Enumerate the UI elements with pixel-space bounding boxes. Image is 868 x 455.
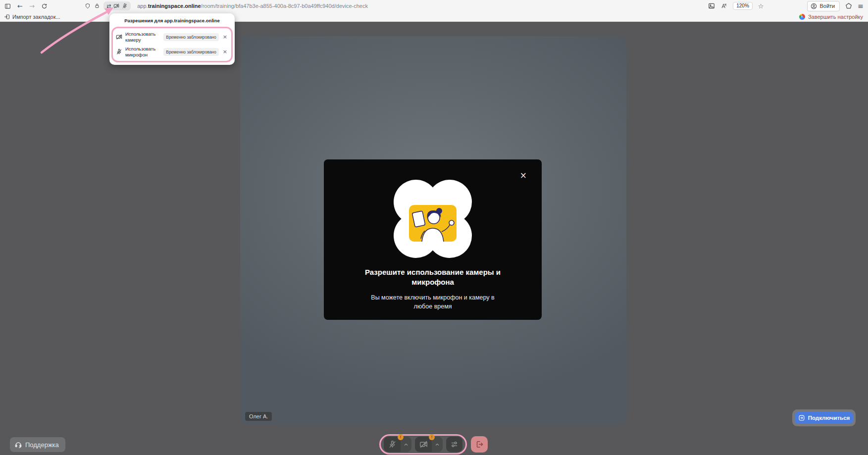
connect-button[interactable]: Подключиться bbox=[795, 412, 853, 424]
camera-permission-row: Использовать камеру Временно заблокирова… bbox=[116, 30, 228, 45]
mic-warning-badge: ! bbox=[398, 434, 404, 440]
camera-off-icon bbox=[419, 440, 428, 449]
import-bookmarks-label: Импорт закладок... bbox=[12, 14, 60, 20]
headset-icon bbox=[14, 441, 22, 449]
camera-toggle-button[interactable]: ! bbox=[415, 437, 432, 452]
screenshot-icon[interactable] bbox=[708, 2, 715, 9]
lock-icon[interactable] bbox=[94, 3, 100, 9]
chrome-logo-icon bbox=[799, 14, 805, 20]
mic-off-icon bbox=[388, 440, 397, 449]
permissions-modal: × bbox=[324, 159, 542, 320]
menu-icon[interactable]: ≡ bbox=[858, 2, 864, 9]
filters-icon bbox=[450, 440, 459, 449]
browser-toolbar: ← → ⇄ app.trainingspace.onli bbox=[0, 0, 868, 12]
support-label: Поддержка bbox=[25, 441, 59, 449]
camera-permission-status: Временно заблокировано bbox=[163, 33, 219, 41]
back-icon[interactable]: ← bbox=[17, 3, 23, 9]
bookmark-star-icon[interactable]: ☆ bbox=[758, 3, 764, 9]
side-panel-icon[interactable] bbox=[4, 3, 11, 9]
home-pentagon-icon[interactable] bbox=[845, 2, 852, 9]
close-icon[interactable]: × bbox=[222, 34, 228, 40]
mic-toggle-button[interactable]: ! bbox=[384, 437, 401, 452]
modal-title: Разрешите использование камеры и микрофо… bbox=[324, 267, 542, 288]
camera-control: ! bbox=[415, 437, 443, 452]
url-text: app.trainingspace.online/room/training/b… bbox=[137, 3, 368, 9]
leave-button[interactable] bbox=[471, 436, 488, 453]
permissions-annotation-outline: Использовать камеру Временно заблокирова… bbox=[111, 27, 233, 62]
close-icon[interactable]: × bbox=[520, 171, 527, 180]
settings-button[interactable] bbox=[446, 437, 462, 452]
chevron-up-icon bbox=[403, 442, 409, 448]
device-check-page: × bbox=[0, 22, 868, 455]
zoom-level-badge[interactable]: 120% bbox=[733, 2, 753, 10]
camera-blocked-icon bbox=[113, 3, 119, 9]
enter-arrow-icon bbox=[798, 414, 805, 421]
mic-control: ! bbox=[384, 437, 411, 452]
support-button[interactable]: Поддержка bbox=[10, 437, 65, 452]
mic-blocked-icon bbox=[122, 3, 128, 9]
shield-icon[interactable] bbox=[85, 3, 91, 9]
camera-warning-badge: ! bbox=[429, 434, 435, 440]
chevron-up-icon bbox=[434, 442, 440, 448]
camera-preview: × bbox=[240, 36, 626, 424]
connect-label: Подключиться bbox=[808, 415, 850, 421]
mic-blocked-icon bbox=[116, 49, 122, 55]
translate-icon[interactable] bbox=[720, 2, 727, 9]
controls-annotation-outline: ! ! bbox=[379, 434, 467, 455]
mic-permission-status: Временно заблокировано bbox=[163, 48, 219, 56]
mic-permission-row: Использовать микрофон Временно заблокиро… bbox=[116, 45, 228, 59]
camera-permission-label: Использовать камеру bbox=[125, 31, 160, 43]
permissions-popup-title: Разрешения для app.trainingspace.online bbox=[111, 17, 233, 27]
address-bar[interactable]: ⇄ app.trainingspace.online/room/training… bbox=[85, 0, 368, 12]
mic-permission-label: Использовать микрофон bbox=[125, 46, 160, 58]
site-permissions-indicator[interactable]: ⇄ bbox=[103, 1, 131, 10]
reload-icon[interactable] bbox=[41, 3, 48, 9]
close-icon[interactable]: × bbox=[222, 49, 228, 54]
finish-setup-label: Завершить настройку bbox=[808, 14, 863, 20]
browser-signin-button[interactable]: Войти bbox=[807, 1, 840, 11]
leave-room-icon bbox=[475, 440, 484, 449]
screen: ← → ⇄ app.trainingspace.onli bbox=[0, 0, 868, 455]
import-icon bbox=[4, 14, 10, 20]
import-bookmarks-item[interactable]: Импорт закладок... bbox=[4, 14, 60, 20]
forward-icon[interactable]: → bbox=[29, 3, 35, 9]
participant-name-badge: Олег А. bbox=[245, 412, 272, 421]
profile-icon bbox=[811, 3, 817, 9]
connect-button-halo: Подключиться bbox=[792, 409, 856, 426]
modal-subtitle: Вы можете включить микрофон и камеру в л… bbox=[324, 293, 542, 311]
permissions-popup: Разрешения для app.trainingspace.online … bbox=[109, 13, 235, 65]
finish-setup-item[interactable]: Завершить настройку bbox=[799, 14, 863, 20]
signin-label: Войти bbox=[819, 3, 835, 9]
camera-blocked-icon bbox=[116, 34, 122, 40]
modal-illustration bbox=[390, 176, 475, 263]
switch-source-icon: ⇄ bbox=[106, 3, 111, 9]
